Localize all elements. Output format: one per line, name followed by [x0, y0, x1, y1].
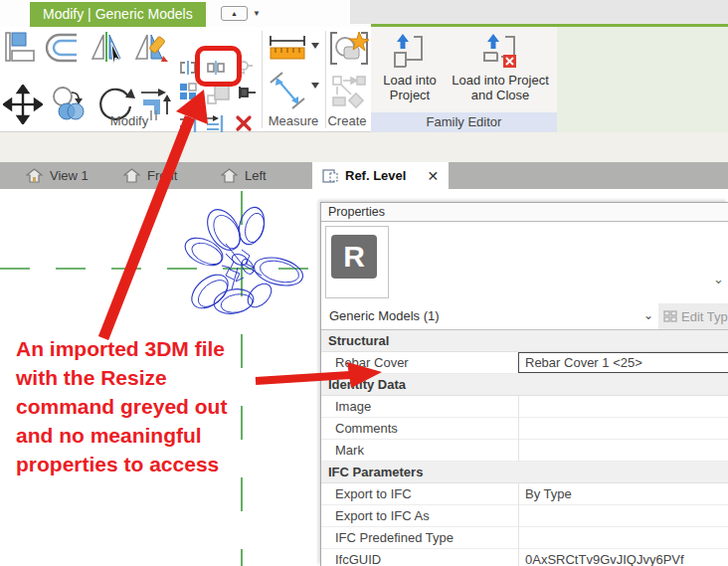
annotation-line: and no meaningful: [16, 421, 227, 450]
property-label: Export to IFC As: [335, 508, 430, 523]
highlight-ring: [195, 46, 242, 87]
property-label: Export to IFC: [335, 486, 412, 501]
ribbon: Modify Measure Create Load into Project …: [0, 27, 728, 132]
property-row-rebar-cover: Rebar Cover Rebar Cover 1 <25>: [321, 352, 728, 374]
ribbon-collapse-caret-icon[interactable]: ▼: [253, 9, 261, 18]
property-value[interactable]: By Type: [518, 483, 728, 505]
property-value[interactable]: [518, 505, 728, 527]
revit-logo-icon: R: [331, 235, 383, 290]
view-tab-bar: View 1 Front Left Ref. Level ✕: [0, 162, 728, 189]
panel-separator: [262, 31, 263, 128]
property-section-ifc-parameters: IFC Parameters: [321, 462, 728, 483]
ribbon-empty-area: [557, 27, 728, 132]
measure-dropdown-caret-icon[interactable]: [311, 43, 319, 49]
property-row-mark: Mark: [321, 440, 728, 462]
property-grid: Structural Rebar Cover Rebar Cover 1 <25…: [321, 330, 728, 566]
measure-panel-label: Measure: [264, 113, 323, 128]
property-value[interactable]: 0AxSRCtTv9GvJIQJvy6PVf: [518, 549, 728, 566]
aligned-dimension-icon[interactable]: [268, 71, 307, 110]
move-icon[interactable]: [3, 85, 43, 124]
property-row-comments: Comments: [321, 418, 728, 440]
type-preview-area[interactable]: R ⌄: [321, 222, 728, 303]
property-row-export-to-ifc: Export to IFC By Type: [321, 483, 728, 505]
property-value[interactable]: [518, 527, 728, 549]
property-section-identity-data: Identity Data: [321, 374, 728, 396]
close-tab-icon[interactable]: ✕: [427, 168, 439, 184]
ribbon-collapse-button[interactable]: ▲: [221, 6, 248, 21]
view-tab-label: View 1: [50, 168, 89, 183]
load-into-project-and-close-label: Load into Project and Close: [447, 73, 554, 102]
ribbon-tab-strip: Modify | Generic Models ▲ ▼: [0, 0, 728, 27]
create-panel-label: Create: [323, 113, 371, 128]
edit-type-icon: [663, 310, 677, 323]
annotation-line: with the Resize: [16, 363, 227, 392]
view-tab-label: Ref. Level: [345, 168, 406, 183]
dimension-dropdown-caret-icon[interactable]: [311, 83, 319, 89]
annotation-text: An imported 3DM file with the Resize com…: [16, 334, 227, 478]
measure-icon[interactable]: [268, 33, 307, 63]
annotation-line: command greyed out: [16, 392, 227, 421]
property-row-export-to-ifc-as: Export to IFC As: [321, 505, 728, 527]
annotation-line: properties to access: [16, 450, 227, 478]
mirror-draw-axis-icon[interactable]: [133, 29, 171, 67]
property-label: Rebar Cover: [335, 355, 409, 370]
tab-modify-generic-models[interactable]: Modify | Generic Models: [30, 2, 206, 27]
type-selector[interactable]: Generic Models (1): [329, 308, 440, 323]
properties-palette: Properties R ⌄ Generic Models (1) ⌄ Edit…: [320, 202, 728, 566]
house-icon: [221, 168, 238, 183]
imported-3dm-wireframe[interactable]: [182, 204, 313, 335]
load-into-project-and-close-button[interactable]: Load into Project and Close: [447, 31, 554, 102]
view-tab-view1[interactable]: View 1: [26, 162, 89, 189]
titlebar-fill: [350, 0, 728, 24]
options-bar: [0, 132, 728, 162]
type-selector-caret-icon[interactable]: ⌄: [643, 308, 653, 322]
view-tab-front[interactable]: Front: [123, 162, 177, 189]
property-section-structural: Structural: [321, 330, 728, 352]
house-icon: [26, 168, 43, 183]
array-icon[interactable]: [179, 83, 197, 100]
delete-icon[interactable]: [235, 114, 253, 132]
mirror-pick-axis-icon[interactable]: [90, 29, 127, 67]
property-label: Comments: [335, 421, 398, 436]
load-into-project-button[interactable]: Load into Project: [375, 31, 445, 102]
property-value[interactable]: [518, 396, 728, 418]
property-label: Image: [335, 399, 371, 414]
edit-type-label: Edit Type: [681, 309, 728, 324]
annotation-line: An imported 3DM file: [16, 334, 227, 363]
trim-extend-multiple-icon[interactable]: [179, 114, 198, 134]
pin-icon[interactable]: [239, 85, 257, 100]
view-tab-left[interactable]: Left: [221, 162, 267, 189]
property-value[interactable]: [518, 440, 728, 462]
property-label: IfcGUID: [335, 552, 381, 566]
fillet-icon[interactable]: [45, 30, 81, 66]
type-selector-row: Generic Models (1) ⌄ Edit Type: [321, 303, 728, 330]
property-row-ifc-predefined-type: IFC Predefined Type: [321, 527, 728, 549]
properties-title: Properties: [321, 203, 728, 222]
house-icon: [123, 168, 140, 183]
view-tab-label: Front: [147, 168, 177, 183]
property-label: IFC Predefined Type: [335, 530, 454, 545]
view-tab-label: Left: [245, 168, 267, 183]
property-row-image: Image: [321, 396, 728, 418]
property-label: Mark: [335, 443, 364, 458]
family-thumbnail: R: [325, 226, 389, 298]
property-row-ifcguid: IfcGUID 0AxSRCtTv9GvJIQJvy6PVf: [321, 549, 728, 566]
view-tab-ref-level[interactable]: Ref. Level ✕: [312, 162, 449, 189]
modify-panel-label: Modify: [80, 113, 179, 128]
family-editor-panel: Load into Project Load into Project and …: [371, 27, 557, 132]
property-value-input[interactable]: Rebar Cover 1 <25>: [518, 352, 728, 373]
load-into-project-label: Load into Project: [375, 73, 445, 102]
property-value[interactable]: [518, 418, 728, 440]
type-preview-caret-icon[interactable]: ⌄: [713, 272, 724, 286]
trim-extend-single-icon[interactable]: [206, 114, 225, 134]
create-group-icon[interactable]: [328, 30, 370, 70]
family-types-disabled-icon: [331, 75, 367, 108]
align-icon[interactable]: [3, 30, 37, 66]
edit-type-button[interactable]: Edit Type: [658, 303, 728, 329]
floor-plan-icon: [322, 168, 338, 184]
family-editor-panel-label: Family Editor: [371, 112, 557, 132]
